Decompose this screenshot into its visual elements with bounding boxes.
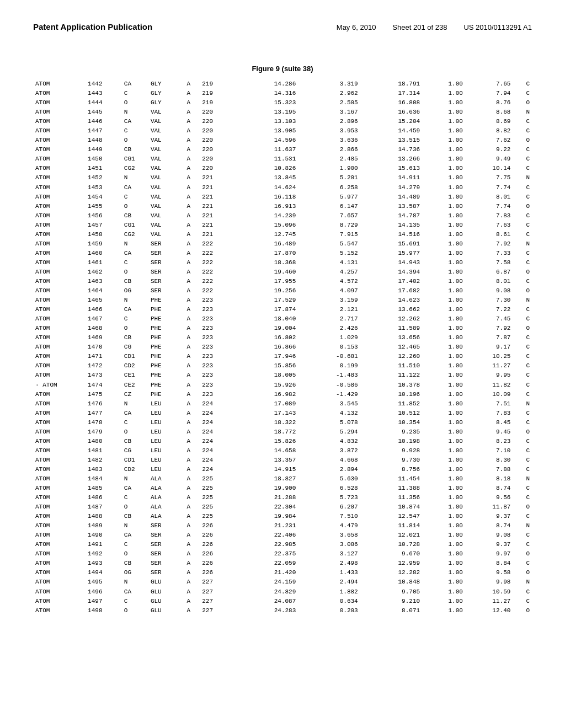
table-row: ATOM1465NPHEA22317.5293.15914.6231.007.3… — [33, 296, 532, 305]
table-row: ATOM1490CASERA22622.4063.65812.0211.009.… — [33, 531, 532, 540]
table-row: ATOM1445NVALA22013.1953.16716.6361.008.6… — [33, 108, 532, 117]
table-row: ATOM1467CPHEA22318.0402.71712.2621.007.4… — [33, 314, 532, 324]
header-info: May 6, 2010 Sheet 201 of 238 US 2010/011… — [337, 23, 532, 31]
table-row: ATOM1463CBSERA22217.9554.57217.4021.008.… — [33, 277, 532, 286]
table-row: ATOM1498OGLUA22724.2830.2038.0711.0012.4… — [33, 606, 532, 615]
table-row: ATOM1489NSERA22621.2314.47911.8141.008.7… — [33, 521, 532, 531]
table-row: ATOM1446CAVALA22013.1032.89615.2041.008.… — [33, 117, 532, 126]
table-row: ATOM1470CGPHEA22316.8660.15312.4651.009.… — [33, 342, 532, 352]
table-row: ATOM1462OSERA22219.4604.25714.3941.006.8… — [33, 267, 532, 277]
table-row: ATOM1478CLEUA22418.3225.07810.3541.008.4… — [33, 418, 532, 427]
table-row: ATOM1443CGLYA21914.3162.96217.3141.007.9… — [33, 89, 532, 98]
table-row: ATOM1453CAVALA22114.6246.25814.2791.007.… — [33, 183, 532, 192]
table-row: ATOM1492OSERA22622.3753.1279.6701.009.97… — [33, 549, 532, 559]
table-row: ATOM1450CG1VALA22011.5312.48513.2661.009… — [33, 154, 532, 164]
table-row: ATOM1457CG1VALA22115.0968.72914.1351.007… — [33, 221, 532, 230]
table-row: ATOM1472CD2PHEA22315.8560.19911.5101.001… — [33, 361, 532, 371]
table-row: ATOM1468OPHEA22319.0042.42611.5891.007.9… — [33, 324, 532, 333]
table-row: ATOM1455OVALA22116.9136.14713.5871.007.7… — [33, 202, 532, 211]
table-row: ATOM1448OVALA22014.5963.63613.5151.007.6… — [33, 136, 532, 145]
table-row: ATOM1442CAGLYA21914.2863.31918.7911.007.… — [33, 79, 532, 89]
table-row: ATOM1459NSERA22216.4895.54715.6911.007.9… — [33, 239, 532, 249]
table-row: · ATOM1474CE2PHEA22315.926-0.58610.3781.… — [33, 381, 532, 390]
table-row: ATOM1454CVALA22116.1185.97714.4891.008.0… — [33, 192, 532, 202]
table-row: ATOM1495NGLUA22724.1592.49410.8481.009.9… — [33, 577, 532, 587]
table-row: ATOM1460CASERA22217.8705.15215.9771.007.… — [33, 249, 532, 258]
table-row: ATOM1480CBLEUA22415.8264.83210.1981.008.… — [33, 437, 532, 446]
table-row: ATOM1482CD1LEUA22413.3574.6689.7301.008.… — [33, 456, 532, 465]
table-row: ATOM1481CGLEUA22414.6583.8729.9281.007.1… — [33, 446, 532, 456]
table-row: ATOM1488CBALAA22519.9847.51012.5471.009.… — [33, 512, 532, 521]
table-row: ATOM1484NALAA22518.8275.63011.4541.008.1… — [33, 474, 532, 484]
table-row: ATOM1496CAGLUA22724.8291.8829.7051.0010.… — [33, 587, 532, 597]
table-row: ATOM1447CVALA22013.9053.95314.4591.008.8… — [33, 126, 532, 136]
patent-number: US 2010/0113291 A1 — [463, 23, 532, 31]
table-row: ATOM1491CSERA22622.9853.08610.7281.009.3… — [33, 540, 532, 549]
table-row: ATOM1469CBPHEA22316.8021.02913.6561.007.… — [33, 333, 532, 342]
table-row: ATOM1485CAALAA22519.9006.52811.3881.008.… — [33, 484, 532, 493]
table-row: ATOM1487OALAA22522.3046.20710.8741.0011.… — [33, 502, 532, 512]
publication-title: Patent Application Publication — [33, 22, 152, 31]
table-row: ATOM1494OGSERA22621.4201.43312.2821.009.… — [33, 568, 532, 577]
table-row: ATOM1458CG2VALA22112.7457.91514.5161.008… — [33, 230, 532, 239]
table-row: ATOM1476NLEUA22417.0893.54511.8521.007.5… — [33, 399, 532, 409]
table-row: ATOM1471CD1PHEA22317.946-0.68112.2601.00… — [33, 352, 532, 361]
table-row: ATOM1473CE1PHEA22318.005-1.48311.1221.00… — [33, 371, 532, 380]
page-container: Patent Application Publication May 6, 20… — [33, 22, 532, 615]
figure-title: Figure 9 (suite 38) — [33, 65, 532, 73]
table-row: ATOM1477CALEUA22417.1434.13210.5121.007.… — [33, 409, 532, 418]
table-row: ATOM1475CZPHEA22316.982-1.42910.1961.001… — [33, 390, 532, 399]
table-row: ATOM1493CBSERA22622.0592.49812.9591.008.… — [33, 559, 532, 568]
atom-data-table: ATOM1442CAGLYA21914.2863.31918.7911.007.… — [33, 79, 532, 615]
page-header: Patent Application Publication May 6, 20… — [33, 22, 532, 31]
table-row: ATOM1444OGLYA21915.3232.50516.8081.008.7… — [33, 98, 532, 108]
table-row: ATOM1456CBVALA22114.2397.65714.7871.007.… — [33, 211, 532, 221]
table-row: ATOM1483CD2LEUA22414.9152.8948.7561.007.… — [33, 465, 532, 474]
table-row: ATOM1479OLEUA22418.7725.2949.2351.009.45… — [33, 427, 532, 437]
table-row: ATOM1451CG2VALA22010.8261.90015.6131.001… — [33, 164, 532, 173]
publication-date: May 6, 2010 — [337, 23, 376, 31]
table-row: ATOM1461CSERA22218.3684.13114.9431.007.5… — [33, 258, 532, 267]
table-row: ATOM1466CAPHEA22317.8742.12113.6621.007.… — [33, 305, 532, 314]
table-row: ATOM1486CALAA22521.2885.72311.3561.009.5… — [33, 493, 532, 502]
sheet-info: Sheet 201 of 238 — [392, 23, 447, 31]
table-row: ATOM1452NVALA22113.8455.20114.9111.007.7… — [33, 173, 532, 183]
table-row: ATOM1464OGSERA22219.2564.09717.6821.009.… — [33, 286, 532, 296]
table-row: ATOM1449CBVALA22011.6372.86614.7361.009.… — [33, 145, 532, 154]
table-row: ATOM1497CGLUA22724.0870.6349.2101.0011.2… — [33, 597, 532, 606]
